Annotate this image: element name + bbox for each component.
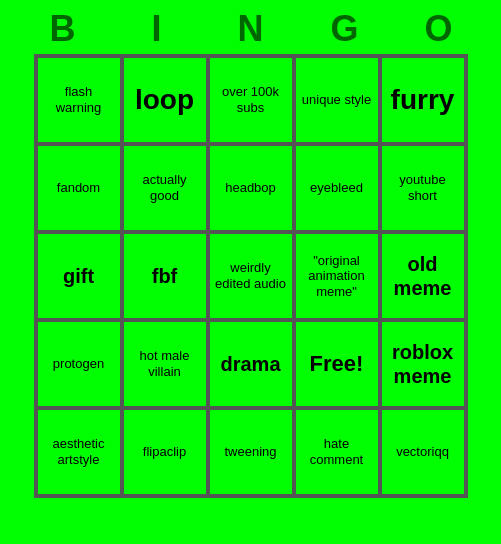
bingo-cell-1: loop (122, 56, 208, 144)
bingo-cell-23: hate comment (294, 408, 380, 496)
bingo-cell-2: over 100k subs (208, 56, 294, 144)
bingo-cell-5: fandom (36, 144, 122, 232)
header-letter-n: N (208, 8, 294, 50)
bingo-cell-14: old meme (380, 232, 466, 320)
bingo-header: BINGO (16, 0, 486, 54)
bingo-cell-21: flipaclip (122, 408, 208, 496)
bingo-cell-19: roblox meme (380, 320, 466, 408)
bingo-cell-10: gift (36, 232, 122, 320)
bingo-cell-3: unique style (294, 56, 380, 144)
header-letter-i: I (114, 8, 200, 50)
bingo-cell-7: headbop (208, 144, 294, 232)
bingo-cell-11: fbf (122, 232, 208, 320)
bingo-cell-20: aesthetic artstyle (36, 408, 122, 496)
bingo-grid: flash warningloopover 100k subsunique st… (34, 54, 468, 498)
header-letter-g: G (302, 8, 388, 50)
bingo-cell-24: vectoriqq (380, 408, 466, 496)
bingo-cell-8: eyebleed (294, 144, 380, 232)
bingo-cell-17: drama (208, 320, 294, 408)
bingo-cell-16: hot male villain (122, 320, 208, 408)
bingo-cell-12: weirdly edited audio (208, 232, 294, 320)
bingo-cell-13: "original animation meme" (294, 232, 380, 320)
bingo-cell-18: Free! (294, 320, 380, 408)
bingo-cell-4: furry (380, 56, 466, 144)
header-letter-o: O (396, 8, 482, 50)
bingo-cell-6: actually good (122, 144, 208, 232)
bingo-cell-9: youtube short (380, 144, 466, 232)
bingo-cell-22: tweening (208, 408, 294, 496)
bingo-cell-0: flash warning (36, 56, 122, 144)
header-letter-b: B (20, 8, 106, 50)
bingo-cell-15: protogen (36, 320, 122, 408)
